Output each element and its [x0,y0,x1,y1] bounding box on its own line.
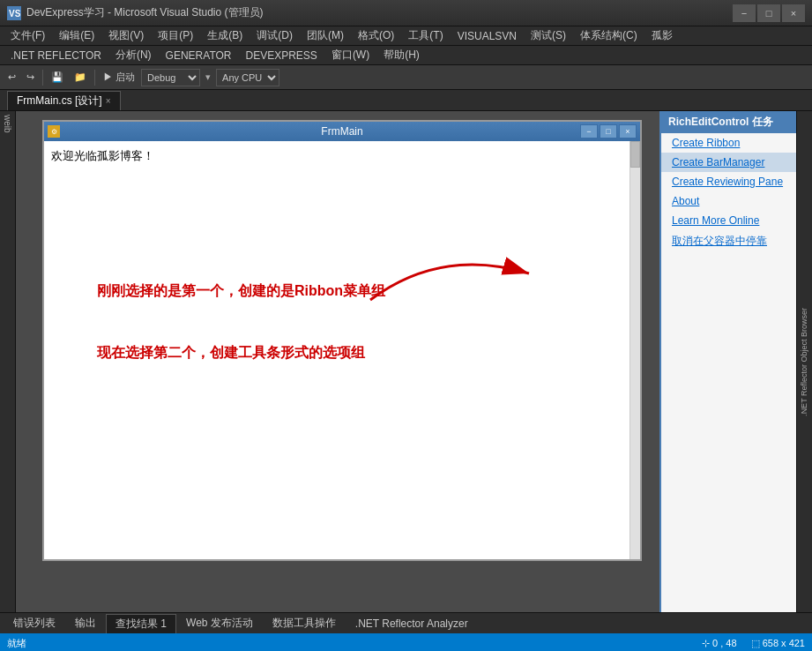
form-scrollbar[interactable] [629,141,640,559]
menu-team[interactable]: 团队(M) [300,26,351,45]
menu-generator[interactable]: GENERATOR [159,48,239,64]
maximize-button[interactable]: □ [757,4,780,22]
bottom-tab-output[interactable]: 输出 [65,614,106,633]
menu-edit[interactable]: 编辑(E) [52,26,101,45]
task-panel-create-reviewing-pane[interactable]: Create Reviewing Pane [661,172,796,191]
task-panel-cancel[interactable]: 取消在父容器中停靠 [661,230,796,252]
window-controls: − □ × [733,4,805,22]
menu-debug[interactable]: 调试(D) [250,26,300,45]
tab-label: FrmMain.cs [设计] [17,94,102,108]
status-coords: ⊹ 0 , 48 [702,638,737,649]
task-panel-create-barmanager[interactable]: Create BarManager [661,153,796,172]
app-title: DevExpress学习 - Microsoft Visual Studio (… [26,5,733,20]
left-sidebar: weib [0,111,16,612]
coord-icon: ⊹ [702,638,710,648]
status-ready: 就绪 [7,637,26,650]
form-annotation2: 现在选择第二个，创建工具条形式的选项组 [97,344,365,363]
menu-bar-secondary: .NET REFLECTOR 分析(N) GENERATOR DEVEXPRES… [0,46,812,65]
redo-button[interactable]: ↪ [22,68,39,87]
menu-tools[interactable]: 工具(T) [401,26,450,45]
bottom-tab-net-reflector-analyzer[interactable]: .NET Reflector Analyzer [346,614,478,633]
task-panel: RichEditControl 任务 Create Ribbon Create … [659,111,796,612]
save-button[interactable]: 💾 [47,68,68,87]
form-window[interactable]: ⚙ FrmMain − □ × 欢迎光临孤影博客！ 刚刚选择的是第一个，创建的是… [42,120,642,561]
form-titlebar-buttons: − □ × [580,124,637,138]
minimize-button[interactable]: − [733,4,756,22]
menu-window[interactable]: 窗口(W) [324,46,376,64]
bottom-tab-web-publish[interactable]: Web 发布活动 [176,614,263,633]
menu-user[interactable]: 孤影 [644,26,680,45]
dimension-icon: ⬚ [751,638,760,648]
tab-bar: FrmMain.cs [设计] × [0,90,812,111]
bottom-tab-find-results[interactable]: 查找结果 1 [106,614,176,633]
form-welcome-text: 欢迎光临孤影博客！ [51,148,633,164]
status-bar: 就绪 ⊹ 0 , 48 ⬚ 658 x 421 [0,633,812,651]
menu-format[interactable]: 格式(O) [351,26,401,45]
menu-devexpress[interactable]: DEVEXPRESS [239,48,324,64]
task-panel-create-ribbon[interactable]: Create Ribbon [661,133,796,153]
menu-analyze[interactable]: 分析(N) [108,46,159,64]
task-panel-header: RichEditControl 任务 [661,111,796,133]
platform-dropdown[interactable]: Any CPU x86 x64 [216,69,279,86]
menu-arch[interactable]: 体系结构(C) [573,26,644,45]
tab-frmMain[interactable]: FrmMain.cs [设计] × [7,91,121,110]
tab-close-button[interactable]: × [106,96,111,106]
menu-visualsvn[interactable]: VISUALSVN [451,28,524,44]
platform-label: ▾ [202,71,214,83]
menu-view[interactable]: 视图(V) [101,26,151,45]
designer-area[interactable]: ⚙ FrmMain − □ × 欢迎光临孤影博客！ 刚刚选择的是第一个，创建的是… [16,111,659,612]
menu-build[interactable]: 生成(B) [200,26,250,45]
menu-net-reflector[interactable]: .NET REFLECTOR [4,48,108,64]
form-content: 欢迎光临孤影博客！ 刚刚选择的是第一个，创建的是Ribbon菜单组 现在选择第二… [44,141,640,559]
left-sidebar-label: weib [3,111,12,137]
scrollbar-thumb[interactable] [630,141,640,168]
undo-button[interactable]: ↩ [4,68,20,87]
save-all-button[interactable]: 📁 [70,68,91,87]
main-area: weib ⚙ FrmMain − □ × 欢迎光临孤影博客！ 刚刚选择的是第一个… [0,111,812,612]
right-sidebar: .NET Reflector Object Browser [796,111,812,612]
bottom-tab-data-tools[interactable]: 数据工具操作 [263,614,346,633]
svg-text:VS: VS [9,9,21,19]
task-panel-learn-more[interactable]: Learn More Online [661,211,796,230]
title-bar: VS DevExpress学习 - Microsoft Visual Studi… [0,0,812,26]
close-button[interactable]: × [782,4,805,22]
menu-test[interactable]: 测试(S) [524,26,573,45]
form-minimize-button[interactable]: − [580,124,598,138]
menu-bar-primary: 文件(F) 编辑(E) 视图(V) 项目(P) 生成(B) 调试(D) 团队(M… [0,26,812,46]
form-annotation1: 刚刚选择的是第一个，创建的是Ribbon菜单组 [97,282,385,301]
config-dropdown[interactable]: Debug Release [141,69,200,86]
form-close-button[interactable]: × [619,124,637,138]
menu-file[interactable]: 文件(F) [4,26,52,45]
right-sidebar-label: .NET Reflector Object Browser [796,304,812,420]
toolbar: ↩ ↪ 💾 📁 ▶ 启动 Debug Release ▾ Any CPU x86… [0,65,812,90]
status-right: ⊹ 0 , 48 ⬚ 658 x 421 [702,638,805,649]
start-button[interactable]: ▶ 启动 [99,68,139,87]
menu-project[interactable]: 项目(P) [151,26,200,45]
app-icon: VS [7,6,21,20]
menu-help[interactable]: 帮助(H) [376,46,427,64]
form-icon: ⚙ [48,125,60,138]
toolbar-separator2 [94,70,95,86]
bottom-tab-errors[interactable]: 错误列表 [4,614,65,633]
task-panel-about[interactable]: About [661,191,796,211]
bottom-tab-bar: 错误列表 输出 查找结果 1 Web 发布活动 数据工具操作 .NET Refl… [0,612,812,633]
toolbar-separator [42,70,43,86]
annotation-arrow [353,229,547,318]
form-maximize-button[interactable]: □ [600,124,617,138]
form-titlebar: ⚙ FrmMain − □ × [44,122,640,141]
status-dimensions: ⬚ 658 x 421 [751,638,805,649]
form-title: FrmMain [321,125,362,138]
